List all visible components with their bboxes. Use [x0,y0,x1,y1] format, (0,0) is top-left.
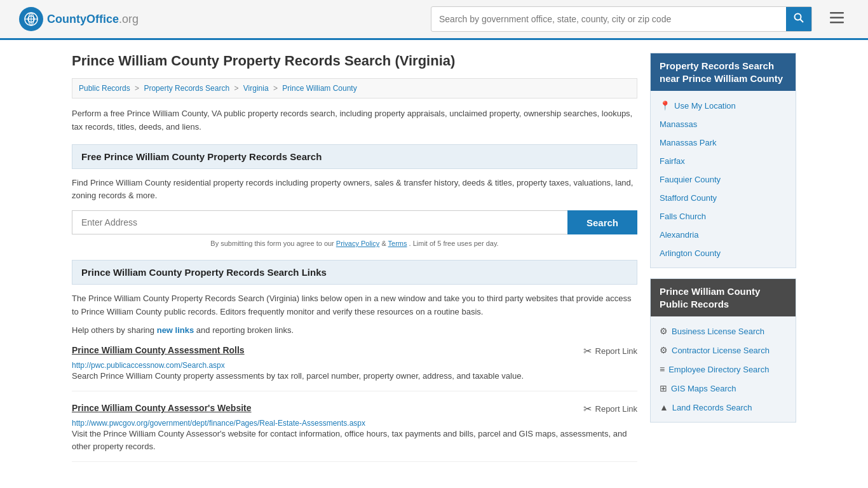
sidebar-link-gis-maps[interactable]: ⊞ GIS Maps Search [651,379,796,398]
nearby-box: Property Records Search near Prince Will… [650,53,796,268]
link-title[interactable]: Prince William County Assessor's Website [72,403,252,413]
content-area: Prince William County Property Records S… [72,53,637,475]
breadcrumb-link-property-records[interactable]: Property Records Search [144,84,229,93]
links-section: Prince William County Property Records S… [72,260,637,462]
form-disclaimer: By submitting this form you agree to our… [72,240,637,247]
svg-rect-9 [830,22,844,24]
breadcrumb-link-virginia[interactable]: Virginia [243,84,269,93]
sidebar-link-label: Manassas [660,119,697,129]
privacy-policy-link[interactable]: Privacy Policy [336,240,379,247]
svg-point-5 [795,14,801,20]
logo-text: CountyOffice.org [47,13,139,26]
page-title: Prince William County Property Records S… [72,53,637,69]
link-description: Search Prince William County property as… [72,370,637,383]
sidebar-link-label: Arlington County [660,248,721,258]
hamburger-menu-button[interactable] [825,8,849,30]
breadcrumb-separator: > [234,84,240,93]
sidebar-link-manassas[interactable]: Manassas [651,115,796,133]
link-item-header: Prince William County Assessment Rolls ✂… [72,345,637,357]
nearby-box-content: 📍 Use My Location Manassas Manassas Park… [651,91,796,268]
gear-icon: ⚙ [660,326,668,336]
breadcrumb-link-county[interactable]: Prince William County [282,84,356,93]
sidebar-link-label: Contractor License Search [672,346,770,355]
map-icon: ⊞ [660,383,667,393]
links-section-heading: Prince William County Property Records S… [72,260,637,285]
free-search-section: Free Prince William County Property Reco… [72,144,637,248]
sidebar-link-land-records[interactable]: ▲ Land Records Search [651,398,796,417]
new-links-link[interactable]: new links [157,325,194,335]
global-search-container [431,6,812,32]
sidebar-link-manassas-park[interactable]: Manassas Park [651,133,796,152]
page-description: Perform a free Prince William County, VA… [72,107,637,134]
sidebar-link-label: Falls Church [660,212,706,221]
sidebar-link-label: Fauquier County [660,175,721,184]
sidebar-link-label: Use My Location [674,101,736,111]
link-description: Visit the Prince William County Assessor… [72,428,637,452]
free-search-heading: Free Prince William County Property Reco… [72,144,637,169]
main-container: Prince William County Property Records S… [53,40,815,487]
logo-link[interactable]: CountyOffice.org [19,7,139,31]
sidebar-link-use-my-location[interactable]: 📍 Use My Location [651,96,796,115]
address-search-row: Search [72,210,637,234]
logo-icon [19,7,43,31]
breadcrumb: Public Records > Property Records Search… [72,78,637,98]
sidebar-link-label: GIS Maps Search [671,384,736,393]
link-url[interactable]: http://pwc.publicaccessnow.com/Search.as… [72,361,225,370]
link-item: Prince William County Assessor's Website… [72,403,637,462]
sidebar-link-label: Employee Directory Search [668,365,769,374]
public-records-heading: Prince William County Public Records [651,279,796,316]
sidebar-link-label: Stafford County [660,193,717,203]
share-links-line: Help others by sharing new links and rep… [72,325,637,335]
land-icon: ▲ [660,402,668,412]
public-records-content: ⚙ Business License Search ⚙ Contractor L… [651,316,796,422]
report-link-button[interactable]: ✂ Report Link [583,403,637,415]
sidebar-link-employee-directory[interactable]: ≡ Employee Directory Search [651,360,796,379]
report-icon: ✂ [583,403,592,415]
sidebar-link-fairfax[interactable]: Fairfax [651,152,796,170]
global-search-button[interactable] [786,7,811,31]
address-input[interactable] [72,210,567,234]
sidebar-link-label: Business License Search [672,327,764,336]
breadcrumb-separator: > [135,84,141,93]
report-link-label: Report Link [595,346,637,356]
sidebar-link-business-license[interactable]: ⚙ Business License Search [651,322,796,341]
gear-icon: ⚙ [660,345,668,355]
link-title[interactable]: Prince William County Assessment Rolls [72,345,245,355]
link-item: Prince William County Assessment Rolls ✂… [72,345,637,392]
sidebar: Property Records Search near Prince Will… [650,53,796,475]
directory-icon: ≡ [660,364,665,374]
sidebar-link-stafford[interactable]: Stafford County [651,189,796,207]
sidebar-link-falls-church[interactable]: Falls Church [651,207,796,226]
svg-rect-7 [830,12,844,14]
sidebar-link-label: Alexandria [660,230,698,240]
breadcrumb-separator: > [273,84,280,93]
search-button[interactable]: Search [567,210,637,234]
global-search-input[interactable] [431,9,786,29]
link-url[interactable]: http://www.pwcgov.org/government/dept/fi… [72,419,365,428]
terms-link[interactable]: Terms [388,240,407,247]
link-item-header: Prince William County Assessor's Website… [72,403,637,415]
search-description: Find Prince William County residential p… [72,177,637,203]
sidebar-link-alexandria[interactable]: Alexandria [651,226,796,244]
sidebar-link-label: Manassas Park [660,138,717,147]
report-link-label: Report Link [595,404,637,414]
svg-line-6 [801,20,804,23]
breadcrumb-link-public-records[interactable]: Public Records [79,84,130,93]
location-pin-icon: 📍 [660,100,670,111]
links-description: The Prince William County Property Recor… [72,292,637,319]
public-records-box: Prince William County Public Records ⚙ B… [650,278,796,423]
sidebar-link-label: Fairfax [660,156,685,166]
report-icon: ✂ [583,345,592,357]
site-header: CountyOffice.org [0,0,868,40]
svg-rect-8 [830,17,844,19]
sidebar-link-arlington[interactable]: Arlington County [651,244,796,262]
report-link-button[interactable]: ✂ Report Link [583,345,637,357]
nearby-box-heading: Property Records Search near Prince Will… [651,53,796,91]
sidebar-link-contractor-license[interactable]: ⚙ Contractor License Search [651,341,796,360]
sidebar-link-label: Land Records Search [672,403,752,412]
sidebar-link-fauquier[interactable]: Fauquier County [651,170,796,189]
